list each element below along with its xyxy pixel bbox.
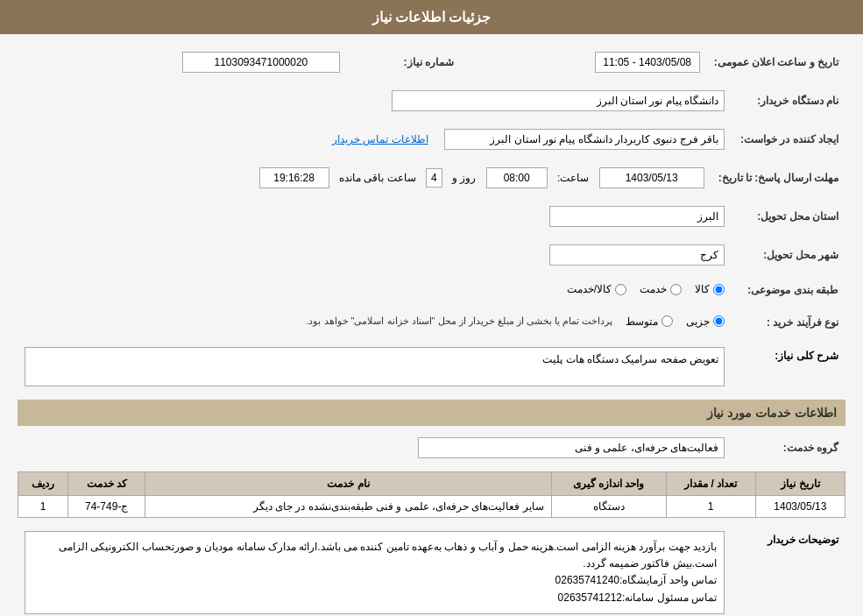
purchase-radio-group: پرداخت تمام یا بخشی از مبلغ خریدار از مح… — [306, 315, 725, 328]
info-table-category: طبقه بندی موضوعی: کالا/خدمت خدمت کالا — [18, 279, 845, 302]
page-wrapper: جزئیات اطلاعات نیاز تاریخ و ساعت اعلان ع… — [0, 0, 863, 616]
category-label: طبقه بندی موضوعی: — [732, 279, 845, 302]
info-table-top: تاریخ و ساعت اعلان عمومی: 1403/05/08 - 1… — [18, 47, 845, 77]
need-description-value: تعویض صفحه سرامیک دستگاه هات پلیت — [542, 353, 718, 365]
category-radio-khedmat[interactable] — [670, 284, 682, 295]
purchase-option-label-2: متوسط — [626, 315, 658, 328]
page-title: جزئیات اطلاعات نیاز — [372, 10, 492, 25]
services-section-header: اطلاعات خدمات مورد نیاز — [18, 400, 845, 426]
city-label: شهر محل تحویل: — [732, 240, 845, 270]
info-table-creator: ایجاد کننده در خواست: باقر فرج دنبوی کار… — [18, 124, 845, 154]
send-time-value: 08:00 — [486, 167, 548, 188]
creator-label: ایجاد کننده در خواست: — [732, 124, 845, 154]
category-radio-kala-khedmat[interactable] — [615, 284, 626, 295]
city-value: کرج — [549, 244, 725, 266]
purchase-radio-jozii[interactable] — [713, 315, 725, 327]
info-table-province: استان محل تحویل: البرز — [18, 202, 845, 231]
table-row: 1403/05/13 1 دستگاه سایر فعالیت‌های حرفه… — [18, 496, 845, 518]
buyer-notes-box: بازدید جهت برآورد هزینه الزامی است.هزینه… — [25, 531, 725, 614]
info-table-city: شهر محل تحویل: کرج — [18, 240, 845, 270]
buyer-notes-label: توضیحات خریدار — [732, 527, 845, 616]
info-table-deadline: مهلت ارسال پاسخ: تا تاریخ: 1403/05/13 سا… — [18, 163, 845, 193]
purchase-note: پرداخت تمام یا بخشی از مبلغ خریدار از مح… — [306, 315, 612, 327]
col-unit: واحد اندازه گیری — [551, 472, 666, 496]
info-table-notes: توضیحات خریدار بازدید جهت برآورد هزینه ا… — [18, 527, 845, 616]
info-table-purchase: نوع فرآیند خرید : پرداخت تمام یا بخشی از… — [18, 311, 845, 335]
purchase-option-motavaset[interactable]: متوسط — [626, 315, 673, 328]
category-option-khedmat[interactable]: خدمت — [640, 283, 682, 295]
cell-quantity: 1 — [666, 496, 755, 518]
category-option-label-2: خدمت — [640, 283, 667, 295]
purchase-option-label-1: جزیی — [686, 315, 710, 328]
purchase-option-jozii[interactable]: جزیی — [686, 315, 725, 328]
province-label: استان محل تحویل: — [732, 202, 845, 231]
cell-service-name: سایر فعالیت‌های حرفه‌ای، علمی و فنی طبقه… — [145, 496, 551, 518]
creator-value: باقر فرج دنبوی کاربردار دانشگاه پیام نور… — [444, 129, 725, 150]
category-radio-kala[interactable] — [713, 284, 725, 295]
need-description-label: شرح کلی نیاز: — [732, 343, 845, 391]
category-option-kala[interactable]: کالا — [695, 283, 725, 295]
send-days-label: روز و — [452, 172, 476, 184]
buyer-notes-value: بازدید جهت برآورد هزینه الزامی است.هزینه… — [59, 541, 717, 604]
send-remaining-label: ساعت باقی مانده — [339, 172, 416, 184]
send-days-value: 4 — [426, 168, 442, 188]
cell-need-date: 1403/05/13 — [755, 496, 845, 518]
announce-datetime-label: تاریخ و ساعت اعلان عمومی: — [707, 47, 845, 77]
col-row-num: ردیف — [18, 472, 68, 496]
purchase-type-label: نوع فرآیند خرید : — [732, 311, 845, 335]
need-number-value: 1103093471000020 — [182, 52, 340, 73]
need-number-label: شماره نیاز: — [347, 47, 461, 77]
col-service-code: کد خدمت — [68, 472, 145, 496]
service-group-value: فعالیت‌های حرفه‌ای، علمی و فنی — [418, 437, 725, 458]
province-value: البرز — [549, 206, 725, 227]
cell-row-num: 1 — [18, 496, 68, 518]
need-description-box: تعویض صفحه سرامیک دستگاه هات پلیت — [25, 347, 725, 386]
category-option-label-3: کالا/خدمت — [567, 283, 612, 295]
category-option-kala-khedmat[interactable]: کالا/خدمت — [567, 283, 626, 295]
buyer-org-value: دانشگاه پیام نور استان البرز — [392, 90, 725, 111]
col-need-date: تاریخ نیاز — [755, 472, 845, 496]
service-group-label: گروه خدمت: — [732, 433, 845, 463]
buyer-org-label: نام دستگاه خریدار: — [732, 86, 845, 116]
purchase-radio-motavaset[interactable] — [661, 315, 673, 327]
send-date-value: 1403/05/13 — [599, 167, 704, 188]
send-remaining-time: 19:16:28 — [259, 167, 329, 188]
info-table-service-group: گروه خدمت: فعالیت‌های حرفه‌ای، علمی و فن… — [18, 433, 845, 463]
col-quantity: تعداد / مقدار — [666, 472, 755, 496]
content-area: تاریخ و ساعت اعلان عمومی: 1403/05/08 - 1… — [0, 47, 863, 616]
cell-unit: دستگاه — [551, 496, 666, 518]
send-time-label: ساعت: — [557, 172, 589, 184]
cell-service-code: ج-749-74 — [68, 496, 145, 518]
contact-info-link[interactable]: اطلاعات تماس خریدار — [332, 133, 428, 145]
info-table-description: شرح کلی نیاز: تعویض صفحه سرامیک دستگاه ه… — [18, 343, 845, 391]
col-service-name: نام خدمت — [145, 472, 551, 496]
category-option-label-1: کالا — [695, 283, 710, 295]
send-deadline-label: مهلت ارسال پاسخ: تا تاریخ: — [711, 163, 845, 193]
services-data-table: تاریخ نیاز تعداد / مقدار واحد اندازه گیر… — [18, 471, 845, 518]
announce-datetime-value: 1403/05/08 - 11:05 — [595, 52, 700, 73]
page-header: جزئیات اطلاعات نیاز — [0, 0, 863, 34]
category-radio-group: کالا/خدمت خدمت کالا — [567, 283, 725, 295]
info-table-buyer: نام دستگاه خریدار: دانشگاه پیام نور استا… — [18, 86, 845, 116]
